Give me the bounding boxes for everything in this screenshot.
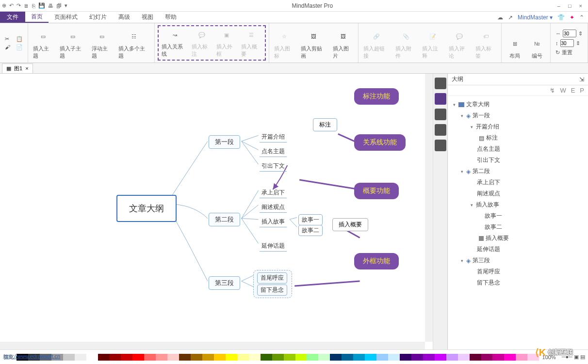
swatch[interactable] <box>342 354 353 361</box>
swatch[interactable] <box>504 354 516 361</box>
swatch[interactable] <box>307 354 318 361</box>
close-button[interactable]: × <box>579 3 582 9</box>
tool-format[interactable] <box>435 78 446 89</box>
swatch[interactable] <box>376 354 388 361</box>
leaf[interactable]: 阐述观点 <box>260 202 287 213</box>
swatch[interactable] <box>481 354 493 361</box>
open-icon[interactable]: ⎘ <box>32 3 35 9</box>
swatch[interactable] <box>167 354 179 361</box>
cloud-icon[interactable]: ☁ <box>497 14 503 21</box>
swatch[interactable] <box>411 354 423 361</box>
insert-attachment-button[interactable]: 📎插入附件 <box>393 25 418 61</box>
insert-image-button[interactable]: 🖼插入图片 <box>331 25 356 61</box>
swatch[interactable] <box>365 354 376 361</box>
print-icon[interactable]: 🖶 <box>48 3 53 9</box>
insert-subtopic-button[interactable]: ▭插入子主题 <box>58 25 88 61</box>
insert-comment-button[interactable]: 💬插入评论 <box>447 25 472 61</box>
leaf[interactable]: 点名主题 <box>260 146 287 157</box>
swatch[interactable] <box>272 354 284 361</box>
horizontal-scrollbar[interactable] <box>0 342 425 349</box>
swatch[interactable] <box>191 354 202 361</box>
swatch[interactable] <box>284 354 295 361</box>
mode-w[interactable]: W <box>560 87 566 94</box>
height-input[interactable] <box>560 39 574 47</box>
swatch[interactable] <box>98 354 110 361</box>
insert-tag-button[interactable]: 🏷插入标签 <box>474 25 498 61</box>
insert-icon-button[interactable]: ☆插入图标 <box>272 25 297 61</box>
topic-s3[interactable]: 第三段 <box>209 276 240 290</box>
tab-home[interactable]: 首页 <box>25 12 49 23</box>
copy-icon[interactable]: 📋 <box>16 36 23 42</box>
topic-s1[interactable]: 第一段 <box>209 135 240 149</box>
maximize-button[interactable]: □ <box>568 3 572 9</box>
swatch[interactable] <box>237 354 249 361</box>
swatch[interactable] <box>423 354 435 361</box>
summary-node[interactable]: 插入概要 <box>332 218 368 231</box>
undo-icon[interactable]: ↶ <box>9 2 14 9</box>
callout-node[interactable]: 标注 <box>313 118 337 131</box>
insert-topic-button[interactable]: ▭插入主题 <box>31 25 56 61</box>
width-input[interactable] <box>563 30 576 37</box>
insert-callout-button[interactable]: 💬插入标注 <box>190 27 214 59</box>
swatch[interactable] <box>144 354 156 361</box>
new-icon[interactable]: 🗎 <box>24 3 29 9</box>
leaf[interactable]: 承上启下 <box>260 188 287 198</box>
tab-help[interactable]: 帮助 <box>159 12 182 23</box>
swatch[interactable] <box>435 354 446 361</box>
topic-s2[interactable]: 第二段 <box>209 213 240 226</box>
redo-icon[interactable]: ↷ <box>16 2 21 9</box>
share-icon[interactable]: ↗ <box>508 14 513 21</box>
close-tab-icon[interactable]: × <box>25 65 28 71</box>
leaf[interactable]: 首尾呼应 <box>257 272 287 284</box>
central-topic[interactable]: 文章大纲 <box>116 195 177 222</box>
theme-icon[interactable]: 👕 <box>557 14 565 21</box>
minimize-button[interactable]: – <box>557 3 560 9</box>
numbering-button[interactable]: №编号 <box>527 25 547 61</box>
swatch[interactable] <box>388 354 400 361</box>
outline-tree[interactable]: ▾文章大纲 ▾◈第一段 ▾开篇介绍 ▤标注 点名主题 引出下文 ▾◈第二段 承上… <box>448 96 588 349</box>
swatch[interactable] <box>330 354 342 361</box>
swatch[interactable] <box>400 354 411 361</box>
paint-icon[interactable]: 🖌 <box>5 44 10 50</box>
leaf[interactable]: 开篇介绍 <box>260 132 287 142</box>
leaf[interactable]: 插入故事 <box>260 217 287 227</box>
swatch[interactable] <box>261 354 272 361</box>
mode-collapse[interactable]: ↯ <box>550 87 555 94</box>
save-icon[interactable]: 💾 <box>38 2 45 9</box>
swatch[interactable] <box>249 354 261 361</box>
layout-button[interactable]: ⊞布局 <box>505 25 525 61</box>
pin-icon[interactable]: ⇲ <box>579 76 584 83</box>
leaf[interactable]: 故事一 <box>298 214 323 225</box>
swatch[interactable] <box>214 354 226 361</box>
tool-icon[interactable] <box>435 109 446 120</box>
cut-icon[interactable]: ✂ <box>5 36 10 42</box>
color-palette[interactable] <box>16 354 539 361</box>
canvas[interactable]: 文章大纲 第一段 开篇介绍 点名主题 引出下文 标注 第二段 承上启下 阐述观点… <box>0 74 425 342</box>
file-menu[interactable]: 文件 <box>0 12 25 23</box>
swatch[interactable] <box>156 354 167 361</box>
leaf[interactable]: 引出下文 <box>260 161 287 172</box>
insert-hyperlink-button[interactable]: 🔗插入超链接 <box>361 25 392 61</box>
swatch[interactable] <box>226 354 237 361</box>
insert-summary-button[interactable]: ☰插入概要 <box>239 27 264 59</box>
insert-clipart-button[interactable]: 🖼插入剪贴画 <box>299 25 329 61</box>
tool-outline[interactable] <box>435 93 446 105</box>
leaf[interactable]: 留下悬念 <box>257 285 287 296</box>
insert-multi-topic-button[interactable]: ☷插入多个主题 <box>116 25 151 61</box>
floating-topic-button[interactable]: ▭浮动主题 <box>90 25 114 61</box>
tool-clipart[interactable] <box>435 124 446 136</box>
vertical-scrollbar[interactable] <box>425 74 433 342</box>
swatch[interactable] <box>132 354 144 361</box>
collapse-ribbon-icon[interactable]: ⌃ <box>579 14 584 21</box>
leaf[interactable]: 延伸话题 <box>260 241 287 252</box>
swatch[interactable] <box>75 354 86 361</box>
tool-task[interactable] <box>435 140 446 151</box>
mode-e[interactable]: E <box>571 87 575 94</box>
swatch[interactable] <box>492 354 504 361</box>
export-icon[interactable]: 🗐 <box>56 3 62 9</box>
brand-link[interactable]: MindMaster ▾ <box>518 14 553 21</box>
mode-p[interactable]: P <box>580 87 584 94</box>
swatch[interactable] <box>202 354 214 361</box>
swatch[interactable] <box>458 354 470 361</box>
swatch[interactable] <box>446 354 458 361</box>
